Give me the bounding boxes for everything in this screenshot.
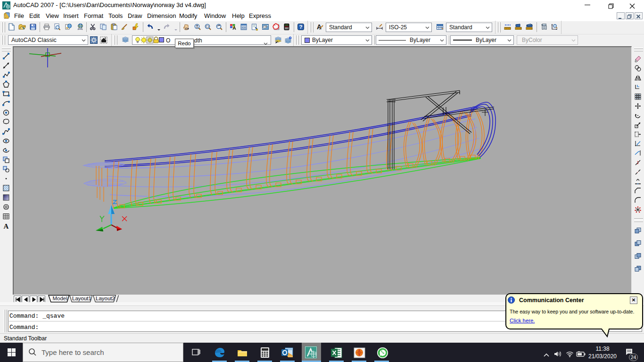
svg-text:?: ? bbox=[299, 24, 302, 30]
svg-text:Layout2: Layout2 bbox=[96, 296, 115, 301]
svg-text:A: A bbox=[4, 222, 9, 230]
svg-text:Model: Model bbox=[53, 296, 67, 301]
svg-text:Layout1: Layout1 bbox=[72, 296, 91, 301]
